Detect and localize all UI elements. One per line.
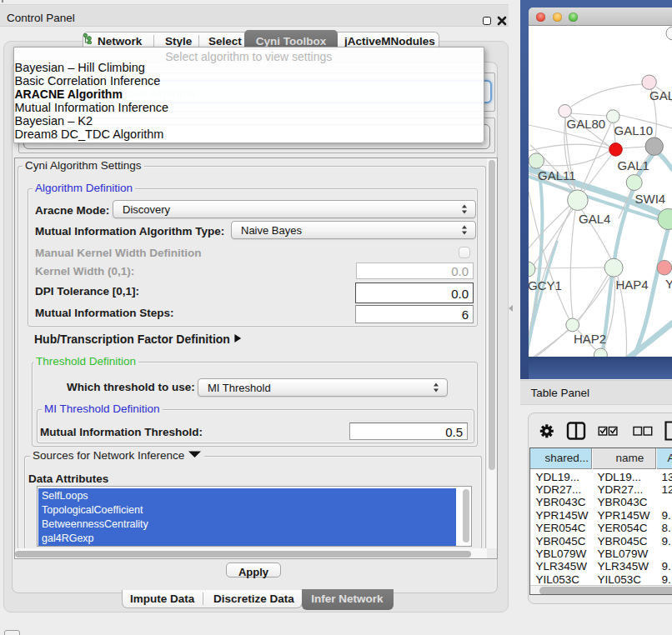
svg-text:GAL11: GAL11 — [538, 168, 576, 182]
svg-text:GAL10: GAL10 — [614, 123, 654, 138]
svg-text:GCY1: GCY1 — [529, 278, 562, 292]
svg-text:GAL1: GAL1 — [618, 158, 649, 172]
svg-text:HAP4: HAP4 — [616, 278, 649, 292]
svg-text:YE: YE — [665, 277, 672, 291]
svg-text:SWI4: SWI4 — [635, 192, 666, 206]
svg-text:GAL4: GAL4 — [579, 212, 610, 226]
svg-text:GAL80: GAL80 — [567, 117, 606, 131]
svg-text:GAL7: GAL7 — [649, 88, 672, 102]
svg-text:HAP2: HAP2 — [574, 332, 606, 346]
